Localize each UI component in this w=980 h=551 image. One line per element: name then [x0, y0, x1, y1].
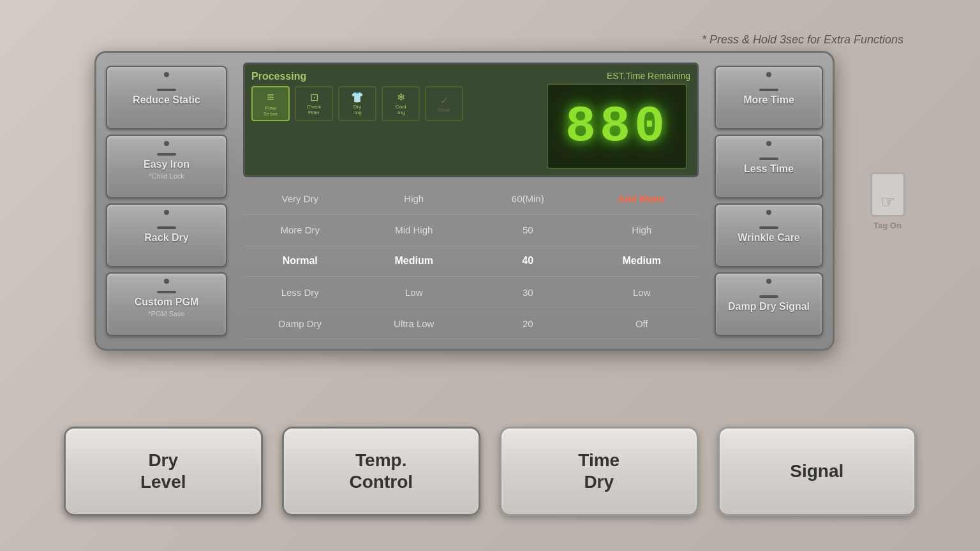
- easy-iron-sublabel: *Child Lock: [149, 172, 184, 180]
- reduce-static-label: Reduce Static: [133, 94, 200, 106]
- wrinkle-care-indicator: [759, 226, 778, 229]
- more-time-button[interactable]: More Time: [715, 66, 823, 129]
- cooling-symbol: ❄: [397, 91, 405, 103]
- main-panel: Reduce Static Easy Iron *Child Lock Rack…: [94, 51, 835, 351]
- table-cell-signal-5: Off: [585, 308, 699, 339]
- less-time-led: [766, 141, 771, 146]
- tag-on-label: Tag On: [873, 221, 902, 230]
- table-cell-signal-2: High: [585, 215, 699, 246]
- table-cell-dry-level-2: More Dry: [243, 215, 357, 246]
- damp-dry-signal-label: Damp Dry Signal: [728, 300, 810, 312]
- check-filter-symbol: ⊡: [310, 91, 318, 103]
- drying-icon: 👕 Dry-ing: [338, 86, 376, 121]
- table-cell-signal-1: Add Water: [585, 184, 699, 215]
- dry-level-label: DryLevel: [140, 450, 186, 492]
- rack-dry-label: Rack Dry: [144, 231, 188, 244]
- easy-iron-indicator: [157, 153, 176, 156]
- wrinkle-care-led: [766, 210, 771, 215]
- display-screen: Processing EST.Time Remaining ≡ FlowSens…: [243, 62, 699, 177]
- more-time-indicator: [759, 89, 778, 91]
- table-cell-time-1: 60(Min): [471, 184, 585, 215]
- rack-dry-button[interactable]: Rack Dry: [106, 203, 227, 267]
- custom-pgm-label: Custom PGM: [135, 296, 198, 308]
- done-text: Done: [438, 108, 450, 114]
- table-cell-temp-4: Low: [357, 277, 471, 308]
- table-cell-signal-3: Medium: [585, 246, 699, 277]
- temp-control-button[interactable]: Temp.Control: [282, 427, 481, 516]
- less-time-indicator: [759, 158, 778, 160]
- hint-text: * Press & Hold 3sec for Extra Functions: [702, 33, 903, 47]
- center-display: Processing EST.Time Remaining ≡ FlowSens…: [237, 53, 705, 349]
- damp-dry-signal-indicator: [759, 295, 778, 298]
- rack-dry-led: [164, 210, 169, 215]
- tag-on-hand-icon: ☞: [880, 192, 895, 212]
- wrinkle-care-button[interactable]: Wrinkle Care: [715, 203, 823, 267]
- done-symbol: ✓: [440, 94, 449, 107]
- temp-control-label: Temp.Control: [349, 450, 413, 492]
- table-cell-time-3: 40: [471, 246, 585, 277]
- drying-symbol: 👕: [351, 91, 364, 103]
- reduce-static-button[interactable]: Reduce Static: [106, 66, 227, 129]
- reduce-static-led: [164, 72, 169, 77]
- easy-iron-label: Easy Iron: [144, 158, 189, 170]
- rack-dry-indicator: [157, 226, 176, 229]
- table-cell-dry-level-3: Normal: [243, 246, 357, 277]
- table-cell-signal-4: Low: [585, 277, 699, 308]
- time-dry-label: TimeDry: [578, 450, 620, 492]
- time-dry-button[interactable]: TimeDry: [500, 427, 699, 516]
- table-cell-temp-5: Ultra Low: [357, 308, 471, 339]
- custom-pgm-led: [164, 279, 169, 284]
- check-filter-icon: ⊡ CheckFilter: [295, 86, 333, 121]
- flow-sense-text: FlowSense: [264, 106, 278, 117]
- table-cell-temp-3: Medium: [357, 246, 471, 277]
- table-cell-temp-1: High: [357, 184, 471, 215]
- easy-iron-led: [164, 141, 169, 146]
- table-cell-dry-level-5: Damp Dry: [243, 308, 357, 339]
- flow-sense-icon: ≡ FlowSense: [251, 86, 290, 121]
- time-digits: 880: [565, 98, 669, 156]
- easy-iron-button[interactable]: Easy Iron *Child Lock: [106, 135, 227, 198]
- table-cell-dry-level-1: Very Dry: [243, 184, 357, 215]
- reduce-static-indicator: [157, 89, 176, 91]
- check-filter-text: CheckFilter: [307, 105, 322, 116]
- cooling-icon: ❄ Cool-ing: [382, 86, 420, 121]
- info-table: Very Dry High 60(Min) Add Water More Dry…: [243, 184, 699, 339]
- table-cell-time-5: 20: [471, 308, 585, 339]
- tag-on-area: ☞ Tag On: [859, 51, 916, 351]
- processing-label: Processing: [251, 71, 306, 82]
- right-button-column: More Time Less Time Wrinkle Care Damp Dr…: [705, 53, 833, 349]
- drying-text: Dry-ing: [353, 105, 361, 116]
- cooling-text: Cool-ing: [396, 105, 406, 116]
- damp-dry-signal-button[interactable]: Damp Dry Signal: [715, 272, 823, 336]
- bottom-buttons: DryLevel Temp.Control TimeDry Signal: [64, 427, 916, 516]
- table-cell-dry-level-4: Less Dry: [243, 277, 357, 308]
- left-button-column: Reduce Static Easy Iron *Child Lock Rack…: [96, 53, 237, 349]
- est-time-label: EST.Time Remaining: [607, 71, 690, 82]
- table-cell-time-4: 30: [471, 277, 585, 308]
- less-time-button[interactable]: Less Time: [715, 135, 823, 198]
- custom-pgm-button[interactable]: Custom PGM *PGM Save: [106, 272, 227, 336]
- wrinkle-care-label: Wrinkle Care: [738, 231, 800, 244]
- more-time-label: More Time: [743, 94, 794, 106]
- signal-button[interactable]: Signal: [718, 427, 917, 516]
- custom-pgm-indicator: [157, 291, 176, 293]
- table-cell-time-2: 50: [471, 215, 585, 246]
- more-time-led: [766, 72, 771, 77]
- signal-label: Signal: [790, 460, 843, 482]
- done-icon: ✓ Done: [425, 86, 463, 121]
- display-header: Processing EST.Time Remaining: [251, 71, 690, 82]
- table-cell-temp-2: Mid High: [357, 215, 471, 246]
- custom-pgm-sublabel: *PGM Save: [148, 310, 184, 318]
- damp-dry-signal-led: [766, 279, 771, 284]
- flow-sense-symbol: ≡: [267, 90, 274, 105]
- time-display: 880: [547, 84, 687, 169]
- tag-on-icon: ☞: [870, 172, 905, 217]
- dry-level-button[interactable]: DryLevel: [64, 427, 263, 516]
- less-time-label: Less Time: [744, 163, 794, 175]
